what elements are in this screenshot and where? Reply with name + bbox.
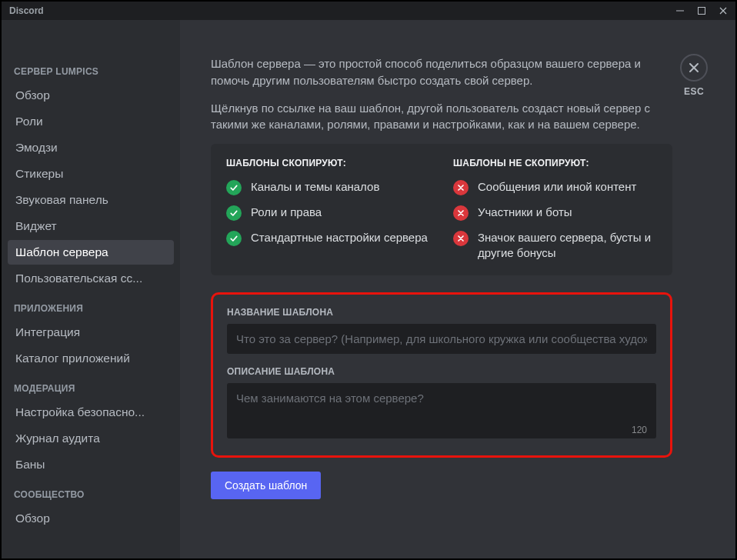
will-copy-item: Стандартные настройки сервера <box>226 230 430 246</box>
wont-copy-item: Значок вашего сервера, бусты и другие бо… <box>453 230 657 260</box>
item-text: Стандартные настройки сервера <box>251 230 428 245</box>
sidebar-item[interactable]: Журнал аудита <box>8 426 174 451</box>
sidebar-item[interactable]: Стикеры <box>8 162 174 186</box>
close-settings-button[interactable]: ESC <box>680 54 708 97</box>
sidebar-section-heading: СЕРВЕР LUMPICS <box>8 62 174 82</box>
sidebar-item[interactable]: Шаблон сервера <box>8 240 174 265</box>
template-desc-input[interactable] <box>227 383 656 438</box>
wont-copy-item: Сообщения или иной контент <box>453 179 657 195</box>
settings-sidebar: СЕРВЕР LUMPICSОбзорРолиЭмодзиСтикерыЗвук… <box>2 20 180 558</box>
titlebar: Discord <box>2 2 735 20</box>
check-icon <box>226 180 242 195</box>
close-icon <box>680 54 708 82</box>
item-text: Значок вашего сервера, бусты и другие бо… <box>478 230 657 260</box>
intro-text-1: Шаблон сервера — это простой способ поде… <box>211 55 672 89</box>
sidebar-item[interactable]: Звуковая панель <box>8 188 174 212</box>
settings-main: ESC Шаблон сервера — это простой способ … <box>180 20 735 558</box>
cross-icon <box>453 231 469 246</box>
check-icon <box>226 231 242 246</box>
sidebar-section-heading: ПРИЛОЖЕНИЯ <box>8 298 174 318</box>
svg-rect-0 <box>676 11 684 12</box>
will-copy-heading: ШАБЛОНЫ СКОПИРУЮТ: <box>226 158 430 168</box>
app-title: Discord <box>9 5 44 16</box>
wont-copy-item: Участники и боты <box>453 205 657 221</box>
sidebar-item[interactable]: Настройка безопасно... <box>8 400 174 425</box>
close-window-button[interactable] <box>712 2 734 19</box>
sidebar-item[interactable]: Роли <box>8 109 174 134</box>
will-copy-item: Роли и права <box>226 205 430 221</box>
item-text: Роли и права <box>251 205 322 220</box>
sidebar-item[interactable]: Каталог приложений <box>8 346 174 371</box>
check-icon <box>226 205 242 221</box>
sidebar-item[interactable]: Баны <box>8 452 174 477</box>
sidebar-item[interactable]: Интеграция <box>8 320 174 345</box>
esc-label: ESC <box>680 86 708 97</box>
item-text: Сообщения или иной контент <box>478 179 636 195</box>
cross-icon <box>453 180 469 195</box>
sidebar-section-heading: СООБЩЕСТВО <box>8 485 174 505</box>
item-text: Участники и боты <box>478 205 572 220</box>
template-name-input[interactable] <box>227 324 656 354</box>
cross-icon <box>453 205 469 221</box>
maximize-button[interactable] <box>691 2 712 19</box>
char-counter: 120 <box>632 425 647 435</box>
svg-rect-1 <box>699 8 705 15</box>
template-desc-label: ОПИСАНИЕ ШАБЛОНА <box>227 366 656 377</box>
item-text: Каналы и темы каналов <box>251 179 379 195</box>
sidebar-item[interactable]: Обзор <box>8 83 174 108</box>
wont-copy-heading: ШАБЛОНЫ НЕ СКОПИРУЮТ: <box>453 158 657 168</box>
create-template-button[interactable]: Создать шаблон <box>211 472 321 499</box>
sidebar-item[interactable]: Пользовательская сс... <box>8 266 174 291</box>
intro-text-2: Щёлкнув по ссылке на ваш шаблон, другой … <box>211 100 672 134</box>
sidebar-item[interactable]: Эмодзи <box>8 135 174 160</box>
sidebar-item[interactable]: Виджет <box>8 214 174 238</box>
sidebar-item[interactable]: Обзор <box>8 506 174 531</box>
sidebar-section-heading: МОДЕРАЦИЯ <box>8 378 174 398</box>
template-form-highlight: НАЗВАНИЕ ШАБЛОНА ОПИСАНИЕ ШАБЛОНА 120 <box>211 292 672 458</box>
template-name-label: НАЗВАНИЕ ШАБЛОНА <box>227 307 656 318</box>
template-info-box: ШАБЛОНЫ СКОПИРУЮТ: Каналы и темы каналов… <box>211 144 672 275</box>
minimize-button[interactable] <box>669 2 691 19</box>
window-controls <box>669 2 734 19</box>
will-copy-item: Каналы и темы каналов <box>226 179 430 195</box>
